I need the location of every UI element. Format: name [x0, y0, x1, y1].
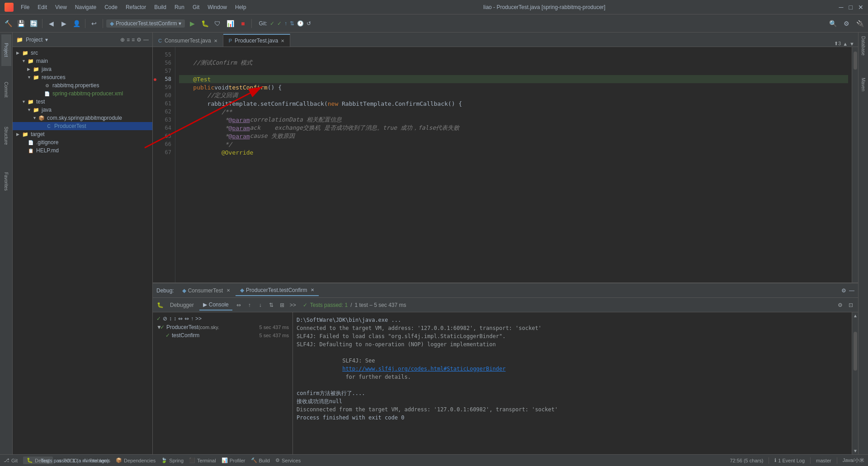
tree-item-test[interactable]: ▼ 📁 test [13, 98, 152, 106]
menu-help[interactable]: Help [231, 3, 250, 11]
undo-button[interactable]: ↩ [89, 18, 99, 29]
dbg-more-icon[interactable]: >> [288, 301, 297, 310]
editor-nav-down[interactable]: ▼ [849, 41, 854, 47]
editor-scrollbar[interactable] [852, 47, 858, 282]
tab-consumer-test[interactable]: C ConsumerTest.java ✕ [153, 35, 223, 47]
git-update-icon[interactable]: ✓ [270, 20, 274, 27]
menu-refactor[interactable]: Refactor [122, 3, 150, 11]
test-align-btn[interactable]: ⇔ [178, 315, 183, 322]
status-eventlog-item[interactable]: ℹ 1 Event Log [774, 457, 805, 463]
status-git-item[interactable]: ⎇ Git [4, 457, 18, 463]
stop-button[interactable]: ■ [237, 18, 248, 29]
menu-run[interactable]: Run [171, 3, 188, 11]
close-button[interactable]: ✕ [858, 4, 863, 11]
console-output[interactable]: D:\SoftWare\JDK\bin\java.exe ... Connect… [293, 312, 852, 454]
scroll-down-btn[interactable]: ▼ [853, 448, 857, 453]
run-button[interactable]: ▶ [187, 18, 198, 29]
menu-view[interactable]: View [52, 3, 71, 11]
run-configuration[interactable]: ◆ ProducerTest.testConfirm ▾ [106, 19, 185, 28]
menu-navigate[interactable]: Navigate [71, 3, 100, 11]
save-button[interactable]: 💾 [15, 18, 26, 29]
test-up-btn[interactable]: ↑ [191, 315, 193, 322]
debug-tab-consumer-close[interactable]: ✕ [226, 288, 230, 293]
git-push-icon[interactable]: ↑ [284, 20, 287, 27]
tree-item-main[interactable]: ▼ 📁 main [13, 57, 152, 65]
dbg-down-icon[interactable]: ↓ [256, 301, 265, 310]
menu-window[interactable]: Window [204, 3, 231, 11]
tree-item-gitignore[interactable]: ▶ 📄 .gitignore [13, 138, 152, 146]
menu-git[interactable]: Git [189, 3, 203, 11]
git-revert-icon[interactable]: ↺ [307, 20, 311, 27]
dbg-arrows-icon[interactable]: ⇅ [267, 301, 276, 310]
debug-tab-producer-close[interactable]: ✕ [311, 287, 314, 292]
maven-tool-icon[interactable]: Maven [861, 76, 866, 103]
coverage-button[interactable]: 🛡 [212, 18, 223, 29]
test-more-btn[interactable]: >> [195, 315, 202, 322]
commit-tool-icon[interactable]: Commit [1, 76, 11, 103]
git-fetch-icon[interactable]: ⇅ [290, 20, 294, 27]
test-producer-item[interactable]: ▼ ✓ ProducerTest (com.sky. 5 sec 437 ms [155, 323, 291, 331]
debugger-tab[interactable]: Debugger [166, 300, 198, 310]
console-scroll-thumb[interactable] [854, 332, 857, 370]
status-terminal-item[interactable]: ⬛ Terminal [189, 457, 216, 463]
test-align2-btn[interactable]: ⇔ [184, 315, 189, 322]
debug-button[interactable]: 🐛 [199, 18, 210, 29]
tree-item-producer-test[interactable]: ▶ C ProducerTest [13, 122, 152, 130]
back-button[interactable]: ◀ [46, 18, 57, 29]
forward-button[interactable]: ▶ [58, 18, 69, 29]
status-deps-item[interactable]: 📦 Dependencies [116, 457, 156, 463]
menu-build[interactable]: Build [151, 3, 170, 11]
scroll-up-btn[interactable]: ▲ [853, 313, 857, 318]
structure-tool-icon[interactable]: Structure [1, 122, 11, 149]
database-tool-icon[interactable]: Database [861, 34, 866, 66]
debug-hide-icon[interactable]: — [849, 287, 854, 294]
dbg-restore-icon[interactable]: ⊡ [846, 301, 855, 310]
status-profiler-item[interactable]: 📊 Profiler [222, 457, 245, 463]
tab-producer-test[interactable]: P ProducerTest.java ✕ [223, 34, 290, 47]
profile-button[interactable]: 📊 [225, 18, 236, 29]
test-sort1-btn[interactable]: ↕ [169, 315, 172, 322]
recent-files-button[interactable]: 👤 [71, 18, 82, 29]
debug-tab-consumer[interactable]: ◆ ConsumerTest ✕ [178, 286, 235, 296]
tree-item-package[interactable]: ▼ 📦 com.sky.springrabbitmqprodule [13, 114, 152, 122]
tree-item-java-main[interactable]: ▶ 📁 java [13, 65, 152, 73]
project-tool-icon[interactable]: Project [1, 34, 11, 66]
minimize-button[interactable]: ─ [839, 4, 844, 11]
test-sort2-btn[interactable]: ↕ [174, 315, 176, 322]
dbg-align-icon[interactable]: ⇔ [234, 301, 243, 310]
debug-settings-icon[interactable]: ⚙ [841, 287, 846, 294]
test-confirm-item[interactable]: ✓ testConfirm 5 sec 437 ms [155, 331, 291, 339]
console-tab[interactable]: ▶ Console [199, 300, 232, 311]
git-history-icon[interactable]: 🕐 [297, 20, 304, 27]
settings-button[interactable]: ⚙ [841, 18, 852, 29]
dbg-up-icon[interactable]: ↑ [245, 301, 254, 310]
status-spring-item[interactable]: 🍃 Spring [161, 457, 184, 463]
tree-item-java-test[interactable]: ▼ 📁 java [13, 106, 152, 114]
git-commit-icon[interactable]: ✓ [277, 20, 282, 27]
debug-tab-producer[interactable]: ◆ ProducerTest.testConfirm ✕ [236, 285, 319, 296]
editor-nav-up[interactable]: ▲ [843, 41, 848, 47]
collapse-all-icon[interactable]: ≡ [132, 37, 135, 43]
favorites-tool-icon[interactable]: Favorites [1, 168, 11, 195]
menu-file[interactable]: File [17, 3, 33, 11]
dbg-table-icon[interactable]: ⊞ [278, 301, 287, 310]
console-scrollbar[interactable]: ▲ ▼ [852, 312, 858, 454]
test-check-btn[interactable]: ✓ [156, 315, 161, 322]
console-slf4j-link[interactable]: http://www.slf4j.org/codes.html#StaticLo… [342, 366, 505, 372]
tree-item-src[interactable]: ▶ 📁 src [13, 49, 152, 57]
maximize-button[interactable]: □ [849, 4, 853, 11]
debug-restart-icon[interactable]: 🐛 [156, 301, 165, 310]
project-hide-icon[interactable]: — [143, 37, 149, 43]
tree-item-rabbitmq-props[interactable]: ▶ ⚙ rabbitmq.properties [13, 81, 152, 89]
code-area[interactable]: //测试Confirm 模式 @Test public void testCon… [175, 47, 852, 282]
tree-item-resources[interactable]: ▼ 📁 resources [13, 73, 152, 81]
scrollbar-thumb[interactable] [854, 52, 857, 70]
project-dropdown-icon[interactable]: ▾ [45, 37, 48, 43]
build-button[interactable]: 🔨 [3, 18, 14, 29]
project-settings-icon[interactable]: ⚙ [137, 37, 142, 43]
sync-button[interactable]: 🔄 [28, 18, 39, 29]
plugins-button[interactable]: 🔌 [854, 18, 865, 29]
status-build-item[interactable]: 🔨 Build [251, 457, 270, 463]
dbg-settings-icon[interactable]: ⚙ [835, 301, 844, 310]
locate-icon[interactable]: ⊕ [120, 37, 125, 43]
